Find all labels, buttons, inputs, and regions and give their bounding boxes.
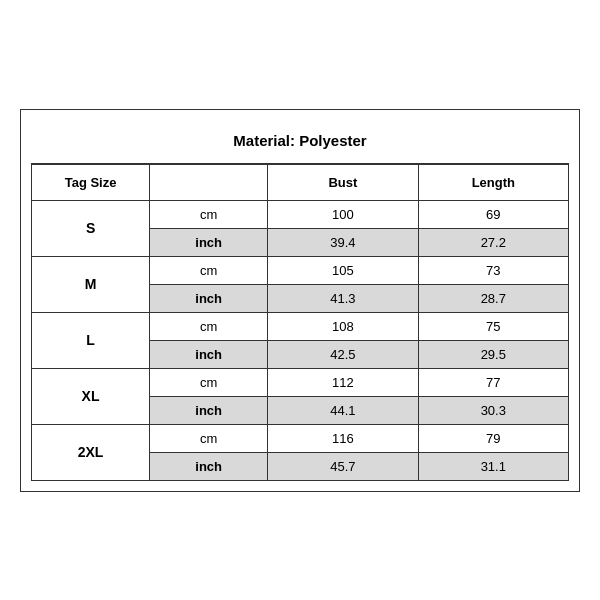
table-row: Lcm10875 (32, 312, 569, 340)
size-chart-container: Material: Polyester Tag Size Bust Length… (20, 109, 580, 492)
unit-inch: inch (150, 452, 268, 480)
header-bust: Bust (268, 164, 418, 200)
size-label: S (32, 200, 150, 256)
length-cm-value: 75 (418, 312, 568, 340)
length-inch-value: 29.5 (418, 340, 568, 368)
bust-cm-value: 108 (268, 312, 418, 340)
size-label: XL (32, 368, 150, 424)
size-label: 2XL (32, 424, 150, 480)
bust-inch-value: 41.3 (268, 284, 418, 312)
unit-cm: cm (150, 256, 268, 284)
unit-cm: cm (150, 368, 268, 396)
size-table: Tag Size Bust Length Scm10069inch39.427.… (31, 164, 569, 481)
bust-inch-value: 42.5 (268, 340, 418, 368)
header-length: Length (418, 164, 568, 200)
bust-cm-value: 116 (268, 424, 418, 452)
unit-inch: inch (150, 396, 268, 424)
unit-cm: cm (150, 312, 268, 340)
unit-cm: cm (150, 424, 268, 452)
header-unit (150, 164, 268, 200)
length-inch-value: 31.1 (418, 452, 568, 480)
length-cm-value: 73 (418, 256, 568, 284)
length-inch-value: 27.2 (418, 228, 568, 256)
bust-inch-value: 44.1 (268, 396, 418, 424)
bust-cm-value: 100 (268, 200, 418, 228)
length-cm-value: 77 (418, 368, 568, 396)
table-row: Mcm10573 (32, 256, 569, 284)
unit-cm: cm (150, 200, 268, 228)
bust-inch-value: 45.7 (268, 452, 418, 480)
size-label: L (32, 312, 150, 368)
bust-inch-value: 39.4 (268, 228, 418, 256)
length-cm-value: 69 (418, 200, 568, 228)
chart-title: Material: Polyester (31, 120, 569, 164)
unit-inch: inch (150, 284, 268, 312)
length-inch-value: 30.3 (418, 396, 568, 424)
length-inch-value: 28.7 (418, 284, 568, 312)
table-row: XLcm11277 (32, 368, 569, 396)
size-label: M (32, 256, 150, 312)
table-row: 2XLcm11679 (32, 424, 569, 452)
bust-cm-value: 105 (268, 256, 418, 284)
bust-cm-value: 112 (268, 368, 418, 396)
unit-inch: inch (150, 228, 268, 256)
unit-inch: inch (150, 340, 268, 368)
length-cm-value: 79 (418, 424, 568, 452)
header-tag-size: Tag Size (32, 164, 150, 200)
table-row: Scm10069 (32, 200, 569, 228)
